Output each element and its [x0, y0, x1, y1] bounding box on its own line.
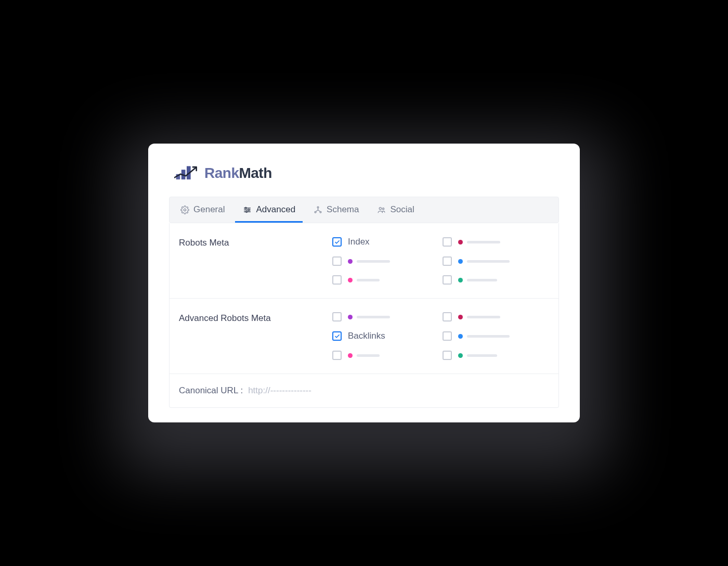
svg-point-3 [184, 209, 186, 211]
option-placeholder [348, 315, 390, 319]
section-advanced-robots-meta: Advanced Robots Meta Backlinks [170, 299, 558, 374]
rankmath-logo-icon [174, 164, 199, 182]
advanced-robots-options-grid: Backlinks [332, 312, 549, 360]
color-dot-icon [458, 315, 463, 319]
svg-point-14 [382, 208, 384, 209]
checkbox[interactable] [443, 312, 452, 321]
checkbox-option[interactable] [443, 256, 550, 266]
checkbox-option[interactable] [332, 256, 439, 266]
tab-social[interactable]: Social [369, 197, 421, 223]
option-placeholder [458, 315, 500, 319]
svg-point-9 [246, 211, 248, 212]
color-dot-icon [458, 259, 463, 264]
tab-label: Social [390, 204, 414, 215]
svg-point-12 [320, 211, 321, 213]
color-dot-icon [348, 259, 353, 264]
robots-options-grid: Index [332, 237, 549, 285]
placeholder-bar [357, 354, 380, 357]
option-placeholder [348, 278, 380, 282]
tab-general[interactable]: General [173, 197, 232, 223]
option-placeholder [458, 278, 497, 282]
color-dot-icon [458, 278, 463, 282]
checkbox-option[interactable] [443, 312, 550, 321]
section-title: Robots Meta [179, 237, 332, 285]
placeholder-bar [467, 316, 500, 318]
section-canonical-url: Canonical URL : http://-------------- [170, 374, 558, 407]
brand-name-math: Math [239, 165, 271, 181]
option-placeholder [458, 259, 510, 264]
schema-icon [313, 205, 322, 214]
option-placeholder [458, 334, 510, 339]
canonical-url-input[interactable]: http://-------------- [248, 385, 311, 396]
placeholder-bar [467, 335, 510, 338]
placeholder-bar [467, 260, 510, 263]
placeholder-bar [467, 354, 497, 357]
checkbox-option[interactable] [443, 331, 550, 341]
option-placeholder [458, 240, 500, 245]
svg-point-5 [245, 207, 246, 209]
tab-schema[interactable]: Schema [306, 197, 366, 223]
checkbox[interactable] [332, 351, 342, 360]
tab-label: Advanced [256, 204, 295, 215]
checkbox-option[interactable] [443, 237, 550, 247]
checkbox[interactable] [332, 256, 342, 266]
section-robots-meta: Robots Meta Index [170, 223, 558, 299]
checkbox-option[interactable]: Backlinks [332, 331, 439, 341]
option-placeholder [348, 259, 390, 264]
checkbox[interactable] [332, 237, 342, 247]
color-dot-icon [348, 278, 353, 282]
placeholder-bar [467, 279, 497, 281]
tab-label: General [193, 204, 225, 215]
option-label: Backlinks [348, 331, 385, 341]
svg-point-7 [248, 209, 250, 211]
brand-name: RankMath [204, 165, 272, 182]
color-dot-icon [458, 353, 463, 358]
option-placeholder [458, 353, 497, 358]
checkbox[interactable] [443, 275, 452, 285]
svg-point-13 [379, 207, 381, 209]
sliders-icon [242, 205, 252, 214]
color-dot-icon [458, 334, 463, 339]
settings-card: RankMath General Advanced [148, 144, 580, 422]
checkbox[interactable] [443, 351, 452, 360]
checkbox-option[interactable] [332, 351, 439, 360]
checkbox[interactable] [332, 312, 342, 321]
checkbox-option[interactable] [332, 312, 439, 321]
checkbox[interactable] [332, 331, 342, 341]
users-icon [376, 205, 386, 214]
svg-point-11 [315, 211, 316, 213]
placeholder-bar [467, 241, 500, 243]
tab-advanced[interactable]: Advanced [235, 197, 303, 223]
color-dot-icon [348, 353, 353, 358]
checkbox[interactable] [443, 237, 452, 247]
canonical-url-label: Canonical URL : [179, 385, 243, 396]
option-placeholder [348, 353, 380, 358]
placeholder-bar [357, 279, 380, 281]
placeholder-bar [357, 260, 390, 263]
section-title: Advanced Robots Meta [179, 312, 332, 360]
placeholder-bar [357, 316, 390, 318]
brand-logo: RankMath [174, 164, 559, 182]
checkbox-option[interactable] [443, 275, 550, 285]
svg-point-10 [317, 207, 319, 208]
checkbox-option[interactable] [332, 275, 439, 285]
color-dot-icon [348, 315, 353, 319]
color-dot-icon [458, 240, 463, 245]
option-label: Index [348, 237, 370, 247]
checkbox-option[interactable] [443, 351, 550, 360]
advanced-panel: Robots Meta Index Advanced Robots Meta B… [169, 223, 559, 408]
checkbox-option[interactable]: Index [332, 237, 439, 247]
checkbox[interactable] [443, 331, 452, 341]
brand-name-rank: Rank [204, 165, 239, 181]
tab-bar: General Advanced Schema [169, 197, 559, 223]
checkbox[interactable] [443, 256, 452, 266]
tab-label: Schema [327, 204, 359, 215]
gear-icon [180, 205, 189, 214]
checkbox[interactable] [332, 275, 342, 285]
